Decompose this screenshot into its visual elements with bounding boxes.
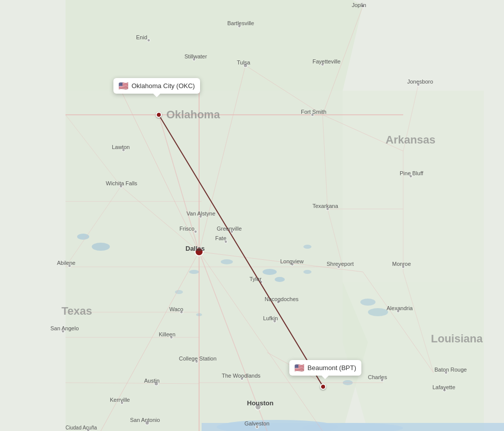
- bpt-label: 🇺🇸 Beaumont (BPT): [289, 360, 361, 376]
- svg-text:Oklahoma: Oklahoma: [166, 108, 220, 121]
- svg-point-87: [154, 382, 158, 386]
- svg-point-80: [61, 330, 65, 333]
- svg-point-12: [189, 270, 199, 274]
- svg-point-56: [361, 5, 364, 8]
- svg-point-73: [337, 265, 340, 268]
- okc-flag: 🇺🇸: [118, 81, 129, 91]
- svg-point-81: [180, 311, 183, 314]
- svg-point-64: [122, 149, 125, 152]
- svg-point-79: [397, 310, 400, 313]
- svg-point-91: [87, 429, 90, 431]
- svg-point-67: [199, 215, 202, 218]
- svg-point-8: [275, 277, 285, 282]
- svg-point-69: [230, 230, 233, 233]
- svg-point-92: [381, 379, 384, 382]
- svg-point-82: [170, 336, 173, 339]
- svg-point-94: [195, 248, 203, 256]
- svg-point-85: [240, 377, 243, 380]
- svg-point-68: [194, 230, 197, 233]
- svg-text:Louisiana: Louisiana: [431, 332, 483, 345]
- svg-point-75: [68, 264, 71, 267]
- svg-text:Arkansas: Arkansas: [386, 133, 435, 146]
- map-container: Texas Arkansas Louisiana Oklahoma: [0, 0, 504, 431]
- svg-point-63: [311, 113, 314, 116]
- svg-marker-2: [66, 91, 368, 431]
- svg-point-57: [238, 25, 241, 28]
- svg-point-74: [402, 265, 405, 268]
- svg-point-66: [119, 185, 122, 188]
- svg-point-95: [255, 404, 261, 410]
- svg-point-90: [145, 421, 149, 425]
- bpt-flag: 🇺🇸: [294, 363, 304, 373]
- svg-text:Texas: Texas: [61, 305, 92, 317]
- svg-point-16: [368, 308, 388, 316]
- svg-point-10: [303, 270, 311, 274]
- svg-point-89: [256, 425, 259, 428]
- okc-name: Oklahoma City (OKC): [132, 82, 195, 90]
- svg-point-7: [263, 269, 277, 275]
- svg-point-72: [291, 263, 294, 266]
- svg-point-58: [147, 39, 150, 42]
- svg-point-88: [120, 401, 123, 404]
- svg-point-9: [303, 245, 311, 249]
- svg-point-71: [326, 207, 329, 210]
- bpt-dot: [320, 384, 326, 390]
- svg-point-11: [221, 259, 233, 264]
- svg-point-65: [409, 175, 412, 178]
- map-svg: Texas Arkansas Louisiana Oklahoma: [0, 0, 504, 431]
- svg-point-62: [417, 83, 420, 86]
- svg-point-77: [277, 301, 280, 304]
- svg-point-15: [360, 299, 375, 306]
- svg-point-59: [193, 58, 196, 61]
- svg-marker-1: [66, 0, 363, 91]
- svg-point-6: [77, 234, 89, 240]
- svg-point-86: [443, 389, 446, 392]
- svg-marker-3: [343, 91, 484, 282]
- svg-point-70: [224, 240, 227, 243]
- svg-point-5: [92, 243, 110, 251]
- okc-dot: [156, 112, 162, 118]
- svg-point-61: [321, 63, 324, 66]
- svg-point-78: [273, 320, 276, 323]
- svg-point-60: [243, 63, 247, 67]
- okc-label: 🇺🇸 Oklahoma City (OKC): [113, 78, 200, 94]
- bpt-name: Beaumont (BPT): [307, 364, 356, 372]
- svg-point-83: [445, 371, 448, 374]
- svg-point-84: [195, 360, 198, 363]
